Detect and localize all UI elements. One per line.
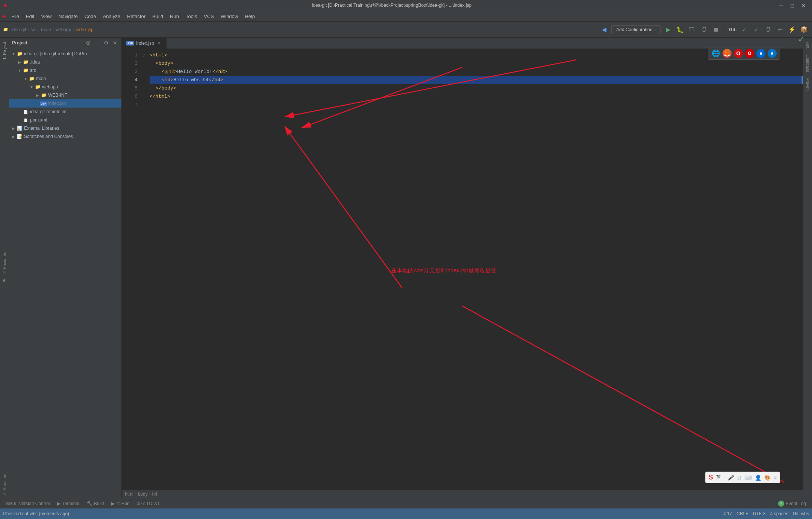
sidebar-settings-button[interactable]: ⚙ [103,39,109,46]
menu-navigate[interactable]: Navigate [55,12,80,20]
ie-icon[interactable]: e [756,49,765,58]
menu-code[interactable]: Code [82,12,99,20]
run-button[interactable]: ▶ [663,25,673,35]
menu-build[interactable]: Build [149,12,166,20]
tree-item-main[interactable]: ▼ 📁 main [9,74,121,83]
tab-database[interactable]: Database [804,52,812,75]
sogou-skin-icon[interactable]: 🎨 [764,475,771,481]
opera-icon[interactable]: O [734,49,743,58]
debug-button[interactable]: 🐛 [675,25,685,35]
tree-label-idea: .idea [30,59,40,65]
breadcrumb-idea-git[interactable]: idea-git [11,27,26,32]
tree-arrow-webinf[interactable]: ▶ [35,92,41,98]
tree-arrow-src[interactable]: ▼ [17,67,23,73]
chrome-icon[interactable]: 🌐 [711,49,720,58]
fold-1[interactable]: ▽ [141,51,147,59]
firefox-icon[interactable]: 🦊 [723,49,732,58]
status-indent[interactable]: 4 spaces [770,511,788,516]
tree-item-webapp[interactable]: ▼ 📁 webapp [9,83,121,91]
tree-arrow-scratches[interactable]: ▶ [11,134,17,140]
tree-arrow-main[interactable]: ▼ [23,76,29,82]
git-diff-button[interactable]: ⚡ [787,25,797,35]
sogou-more-icon[interactable]: ≡ [774,475,777,481]
close-button[interactable]: ✕ [798,3,809,9]
coverage-button[interactable]: 🛡 [687,25,697,35]
sogou-omega-icon[interactable]: Ω [737,475,741,481]
bottom-tab-event-log[interactable]: ✓ Event Log [775,500,809,507]
tab-project[interactable]: 1: Project [1,39,8,62]
menu-vcs[interactable]: VCS [201,12,217,20]
sogou-mic-icon[interactable]: 🎤 [728,475,734,481]
bottom-tab-run[interactable]: ▶ 4: Run [108,500,132,507]
sogou-lang-toggle[interactable]: 英 [716,474,721,481]
bottom-tab-version-control[interactable]: ⌨ 9: Version Control [3,500,53,507]
menu-window[interactable]: Window [218,12,241,20]
editor-breadcrumb-html: html [125,492,133,497]
code-editor[interactable]: 1 2 3 4 5 6 7 ▽ [122,49,803,490]
tree-arrow-idea[interactable]: ▶ [17,59,23,65]
fold-5-blank [141,84,147,93]
xml-file-icon: 📋 [23,117,29,123]
tab-maven[interactable]: Maven [804,75,812,94]
editor-tab-index-jsp[interactable]: JSP index.jsp ✕ [122,38,167,49]
git-shelf-button[interactable]: 📦 [799,25,809,35]
menu-file[interactable]: File [8,12,22,20]
breadcrumb-index-jsp[interactable]: index.jsp [76,27,93,32]
tab-ant[interactable]: Ant [804,39,812,52]
git-rollback-button[interactable]: ↩ [775,25,785,35]
bottom-tab-build[interactable]: 🔨 Build [84,500,107,507]
sidebar-collapse-button[interactable]: ≡ [94,39,100,46]
tree-item-pom[interactable]: ▶ 📋 pom.xml [9,116,121,124]
minimize-button[interactable]: ─ [776,2,786,9]
tab-favorites[interactable]: 2: Favorites [1,249,8,276]
menu-refactor[interactable]: Refactor [124,12,148,20]
sidebar-add-button[interactable]: ⊕ [85,39,91,46]
tree-item-src[interactable]: ▼ 📁 src [9,66,121,74]
status-linesep[interactable]: CRLF [736,511,748,516]
menu-analyze[interactable]: Analyze [100,12,123,20]
menu-help[interactable]: Help [242,12,258,20]
profile-button[interactable]: ⏱ [699,25,709,35]
git-history-button[interactable]: ⏱ [763,25,773,35]
sidebar-project: Project ⊕ ≡ ⚙ ✕ ▼ 📁 idea-git [idea-git-r… [9,38,122,498]
sogou-keyboard-icon[interactable]: ⌨ [744,475,752,481]
scratches-folder-icon: 📝 [17,134,23,140]
tab-close-button[interactable]: ✕ [156,41,162,46]
tree-item-external-libs[interactable]: ▶ 📊 External Libraries [9,124,121,132]
stop-button[interactable]: ⏹ [711,25,721,35]
git-push-button[interactable]: ✓ [751,25,761,35]
back-button[interactable]: ◀ [599,25,609,35]
menu-tools[interactable]: Tools [183,12,200,20]
tree-item-scratches[interactable]: ▶ 📝 Scratches and Consoles [9,132,121,141]
tree-item-index-jsp[interactable]: ▶ JSP index.jsp [9,99,121,108]
bottom-tab-todo[interactable]: ≡ 6: TODO [134,500,162,507]
tree-item-root[interactable]: ▼ 📁 idea-git [idea-git-remote] D:\Pra... [9,50,121,58]
bottom-tab-terminal[interactable]: ▶ Terminal [54,500,82,507]
tab-label: index.jsp [136,41,154,46]
tree-item-iml[interactable]: ▶ 📄 idea-git-remote.iml [9,108,121,116]
menu-run[interactable]: Run [167,12,182,20]
git-commit-button[interactable]: ✓ [739,25,749,35]
edge-icon[interactable]: e [768,49,777,58]
status-git-branch[interactable]: Git: wbs [793,511,809,516]
tree-arrow-external-libs[interactable]: ▶ [11,125,17,131]
sidebar-close-button[interactable]: ✕ [112,39,118,46]
code-content[interactable]: <html> <body> <⚠h2>Hello World!</h2> [147,49,801,490]
tree-item-idea[interactable]: ▶ 📁 .idea [9,58,121,66]
breadcrumb-webapp[interactable]: webapp [55,27,71,32]
status-encoding[interactable]: UTF-8 [753,511,766,516]
add-configuration-button[interactable]: Add Configuration... [611,25,661,34]
sogou-user-icon[interactable]: 👤 [755,475,761,481]
tree-arrow-webapp[interactable]: ▼ [29,84,35,90]
menu-view[interactable]: View [38,12,55,20]
iml-file-icon: 📄 [23,109,29,115]
breadcrumb-main[interactable]: main [41,27,51,32]
tree-arrow-root[interactable]: ▼ [11,51,17,57]
tab-structure[interactable]: Z: Structure [1,470,8,498]
favorites-icon[interactable]: ★ [1,276,8,284]
maximize-button[interactable]: □ [788,3,797,9]
tree-item-webinf[interactable]: ▶ 📁 WEB-INF [9,91,121,99]
browser-icon-4[interactable]: O [745,49,754,58]
breadcrumb-src[interactable]: src [30,27,36,32]
menu-edit[interactable]: Edit [23,12,37,20]
